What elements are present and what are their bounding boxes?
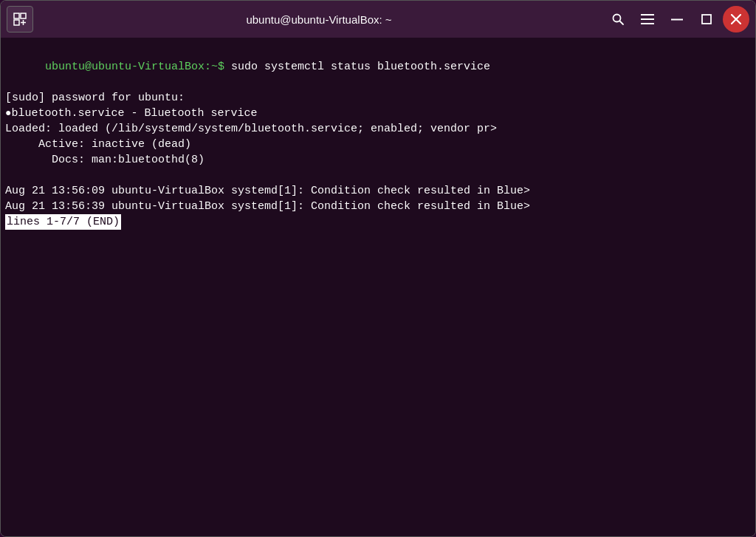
- terminal-window: ubuntu@ubuntu-VirtualBox: ~: [0, 0, 756, 537]
- maximize-button[interactable]: [693, 6, 720, 33]
- search-button[interactable]: [605, 6, 631, 33]
- command-text: sudo systemctl status bluetooth.service: [224, 61, 490, 73]
- window-title: ubuntu@ubuntu-VirtualBox: ~: [33, 13, 605, 26]
- svg-rect-11: [702, 15, 711, 24]
- pager-status-bar: lines 1-7/7 (END): [5, 214, 121, 230]
- add-tab-button[interactable]: [7, 6, 33, 33]
- terminal-line-1: ubuntu@ubuntu-VirtualBox:~$ sudo systemc…: [5, 44, 751, 90]
- terminal-line-6: Docs: man:bluetoothd(8): [5, 152, 751, 168]
- titlebar-right: [605, 6, 749, 33]
- minimize-button[interactable]: [664, 6, 690, 33]
- svg-rect-2: [14, 20, 19, 25]
- terminal-line-9: Aug 21 13:56:39 ubuntu-VirtualBox system…: [5, 199, 751, 214]
- svg-rect-0: [14, 13, 19, 18]
- terminal-line-10: lines 1-7/7 (END): [5, 214, 751, 230]
- prompt-text: ubuntu@ubuntu-VirtualBox:~$: [45, 61, 224, 73]
- terminal-line-4: Loaded: loaded (/lib/systemd/system/blue…: [5, 121, 751, 137]
- terminal-body[interactable]: ubuntu@ubuntu-VirtualBox:~$ sudo systemc…: [1, 38, 755, 536]
- terminal-line-8: Aug 21 13:56:09 ubuntu-VirtualBox system…: [5, 183, 751, 199]
- svg-rect-1: [21, 13, 26, 18]
- titlebar-left: [7, 6, 33, 33]
- terminal-line-7: [5, 168, 751, 183]
- menu-button[interactable]: [634, 6, 661, 33]
- titlebar: ubuntu@ubuntu-VirtualBox: ~: [1, 1, 755, 38]
- close-button[interactable]: [723, 6, 749, 33]
- terminal-line-3: ●bluetooth.service - Bluetooth service: [5, 106, 751, 121]
- terminal-line-5: Active: inactive (dead): [5, 137, 751, 152]
- terminal-line-2: [sudo] password for ubuntu:: [5, 90, 751, 106]
- svg-line-6: [620, 21, 624, 25]
